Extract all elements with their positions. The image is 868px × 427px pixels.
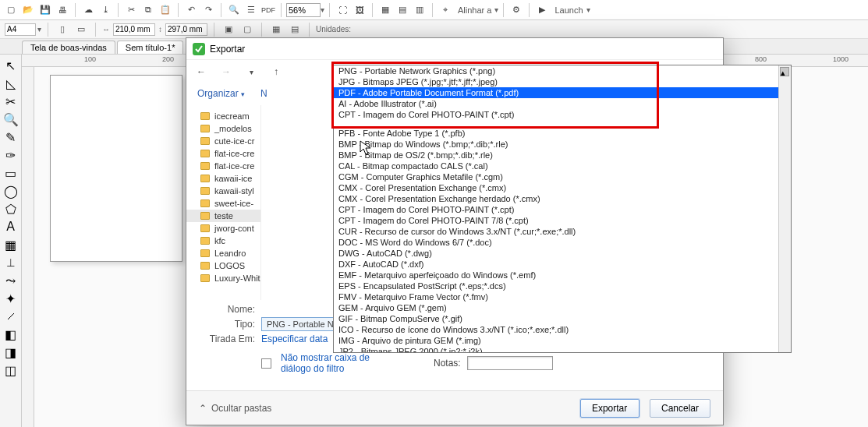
- dropdown-scrollbar[interactable]: ▴: [778, 65, 791, 352]
- snap-icon[interactable]: ⌖: [438, 2, 453, 18]
- grid-btn2-icon[interactable]: ▤: [395, 2, 410, 18]
- outline-tool-icon[interactable]: ◨: [3, 344, 19, 360]
- redo-icon[interactable]: ↷: [200, 2, 216, 18]
- grid-btn1-icon[interactable]: ▦: [377, 2, 393, 18]
- filetype-option[interactable]: FMV - Metarquivo Frame Vector (*.fmv): [334, 291, 791, 302]
- filetype-option[interactable]: CAL - Bitmap compactado CALS (*.cal): [334, 161, 791, 171]
- filetype-option[interactable]: EPS - Encapsulated PostScript (*.eps;*.d…: [334, 281, 791, 291]
- nav-back-icon[interactable]: ←: [193, 63, 210, 80]
- pdf-icon[interactable]: PDF: [260, 2, 276, 18]
- connector-tool-icon[interactable]: ⤳: [3, 273, 19, 288]
- cut-icon[interactable]: ✂: [123, 2, 139, 18]
- filetype-option[interactable]: IMG - Arquivo de pintura GEM (*.img): [334, 335, 791, 346]
- tree-item[interactable]: sweet-ice-: [186, 197, 260, 210]
- search-icon[interactable]: 🔍: [226, 2, 242, 18]
- freehand-tool-icon[interactable]: ✎: [3, 129, 19, 145]
- tree-item[interactable]: jworg-cont: [186, 222, 260, 235]
- folder-tree[interactable]: icecream_modeloscute-ice-crflat-ice-cref…: [186, 105, 261, 300]
- tree-item[interactable]: LOGOS: [186, 259, 260, 272]
- tree-item[interactable]: _modelos: [186, 122, 260, 135]
- page-width-input[interactable]: [113, 23, 155, 36]
- filetype-option[interactable]: JPG - Bitmaps JPEG (*.jpg;*.jtf;*.jff;*.…: [334, 76, 791, 87]
- filetype-option[interactable]: EMF - Metarquivo aperfeiçoado do Windows…: [334, 270, 791, 281]
- filetype-option[interactable]: DOC - MS Word do Windows 6/7 (*.doc): [334, 237, 791, 248]
- cloud-down-icon[interactable]: ⤓: [97, 2, 113, 18]
- tree-item[interactable]: kfc: [186, 235, 260, 247]
- tree-item[interactable]: Leandro: [186, 247, 260, 259]
- print-icon[interactable]: 🖶: [55, 2, 70, 18]
- landscape-icon[interactable]: ▭: [73, 22, 89, 37]
- cloud-up-icon[interactable]: ☁: [80, 2, 96, 18]
- artistic-tool-icon[interactable]: ✑: [3, 147, 19, 163]
- hide-folders-toggle[interactable]: ⌃ Ocultar pastas: [199, 403, 271, 414]
- eyedropper-tool-icon[interactable]: ⟋: [3, 309, 19, 324]
- tab-welcome[interactable]: Tela de boas-vindas: [22, 41, 115, 54]
- filetype-option[interactable]: DWG - AutoCAD (*.dwg): [334, 248, 791, 259]
- page-size-input[interactable]: [5, 23, 36, 36]
- effects-tool-icon[interactable]: ✦: [3, 291, 19, 306]
- filetype-option[interactable]: CPT - Imagem do Corel PHOTO-PAINT (*.cpt…: [334, 109, 791, 120]
- tree-item[interactable]: flat-ice-cre: [186, 160, 260, 172]
- new-folder-short[interactable]: N: [260, 88, 267, 99]
- align-label[interactable]: Alinhar a: [455, 5, 494, 15]
- organize-button[interactable]: Organizar ▾: [197, 88, 245, 99]
- nav-forward-icon[interactable]: →: [218, 63, 235, 80]
- options-icon[interactable]: ⚙: [508, 2, 524, 18]
- notas-input[interactable]: [467, 356, 553, 370]
- text-tool-icon[interactable]: A: [3, 219, 19, 235]
- chevron-down-icon[interactable]: ▾: [37, 25, 41, 34]
- tree-item[interactable]: flat-ice-cre: [186, 147, 260, 160]
- filter-dialog-checkbox[interactable]: [261, 358, 271, 369]
- tree-item[interactable]: kawaii-ice: [186, 172, 260, 185]
- filetype-option[interactable]: PNG - Portable Network Graphics (*.png): [334, 65, 791, 76]
- tree-item[interactable]: Luxury-White: [186, 272, 260, 284]
- polygon-tool-icon[interactable]: ⬠: [3, 201, 19, 217]
- filetype-option[interactable]: GEM - Arquivo GEM (*.gem): [334, 302, 791, 313]
- new-doc-icon[interactable]: ▢: [3, 2, 19, 18]
- transparency-tool-icon[interactable]: ◫: [3, 362, 19, 378]
- zoom-input[interactable]: [286, 3, 321, 17]
- specify-date-link[interactable]: Especificar data: [261, 333, 328, 344]
- zoom-tool-icon[interactable]: 🔍: [3, 111, 19, 127]
- tree-item[interactable]: kawaii-styl: [186, 185, 260, 197]
- filetype-option[interactable]: GIF - Bitmap CompuServe (*.gif): [334, 313, 791, 324]
- filetype-option[interactable]: CGM - Computer Graphics Metafile (*.cgm): [334, 171, 791, 182]
- prop-btn-b[interactable]: ▤: [287, 22, 303, 37]
- prop-btn-a[interactable]: ▦: [268, 22, 284, 37]
- launch-icon[interactable]: ▶: [534, 2, 550, 18]
- all-pages-icon[interactable]: ▣: [221, 22, 236, 37]
- tree-item[interactable]: icecream: [186, 110, 260, 122]
- filetype-option[interactable]: PDF - Adobe Portable Document Format (*.…: [334, 87, 791, 98]
- grid-btn3-icon[interactable]: ▥: [412, 2, 427, 18]
- filetype-dropdown-list[interactable]: PNG - Portable Network Graphics (*.png)J…: [333, 65, 792, 353]
- shape-tool-icon[interactable]: ◺: [3, 76, 19, 91]
- open-icon[interactable]: 📂: [20, 2, 36, 18]
- portrait-icon[interactable]: ▯: [55, 22, 70, 37]
- pick-tool-icon[interactable]: ↖: [3, 58, 19, 73]
- filetype-option[interactable]: AI - Adobe Illustrator (*.ai): [334, 98, 791, 109]
- filetype-option[interactable]: DXF - AutoCAD (*.dxf): [334, 259, 791, 270]
- nav-up-icon[interactable]: ↑: [267, 63, 285, 80]
- ellipse-tool-icon[interactable]: ◯: [3, 183, 19, 199]
- filetype-option[interactable]: CPT - Imagem do Corel PHOTO-PAINT 7/8 (*…: [334, 215, 791, 226]
- chevron-down-icon[interactable]: ▾: [321, 5, 324, 14]
- dimension-tool-icon[interactable]: ⟂: [3, 255, 19, 270]
- launch-label[interactable]: Launch: [551, 5, 586, 15]
- filetype-option[interactable]: CMX - Corel Presentation Exchange (*.cmx…: [334, 182, 791, 193]
- filetype-option[interactable]: BMP - Bitmap do Windows (*.bmp;*.dib;*.r…: [334, 139, 791, 150]
- rectangle-tool-icon[interactable]: ▭: [3, 165, 19, 181]
- export-button[interactable]: Exportar: [580, 399, 639, 418]
- table-tool-icon[interactable]: ▦: [3, 237, 19, 252]
- filetype-option[interactable]: ICO - Recurso de ícone do Windows 3.x/NT…: [334, 324, 791, 335]
- filetype-option[interactable]: CMX - Corel Presentation Exchange herdad…: [334, 193, 791, 204]
- tree-item[interactable]: teste: [186, 210, 260, 222]
- chevron-down-icon[interactable]: ▾: [586, 5, 590, 14]
- copy-icon[interactable]: ⧉: [140, 2, 156, 18]
- image-icon[interactable]: 🖼: [352, 2, 367, 18]
- tree-item[interactable]: cute-ice-cr: [186, 135, 260, 147]
- filter-dialog-label[interactable]: Não mostrar caixa de diálogo do filtro: [281, 352, 374, 375]
- filetype-option[interactable]: BMP - Bitmap de OS/2 (*.bmp;*.dib;*.rle): [334, 150, 791, 161]
- filetype-option[interactable]: PFB - Fonte Adobe Type 1 (*.pfb): [334, 128, 791, 139]
- fullscreen-icon[interactable]: ⛶: [335, 2, 350, 18]
- tab-untitled[interactable]: Sem título-1*: [117, 41, 184, 54]
